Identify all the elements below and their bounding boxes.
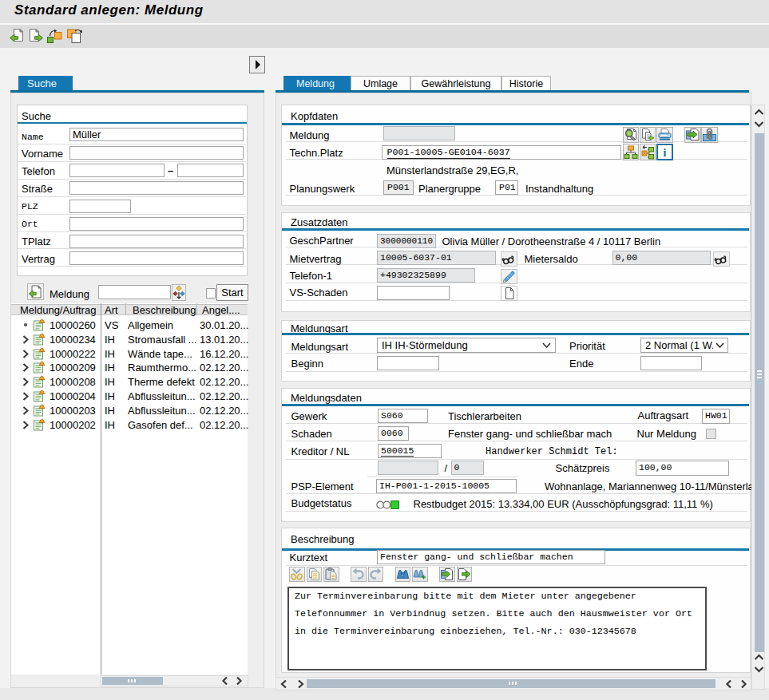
- svg-text:i: i: [664, 147, 667, 159]
